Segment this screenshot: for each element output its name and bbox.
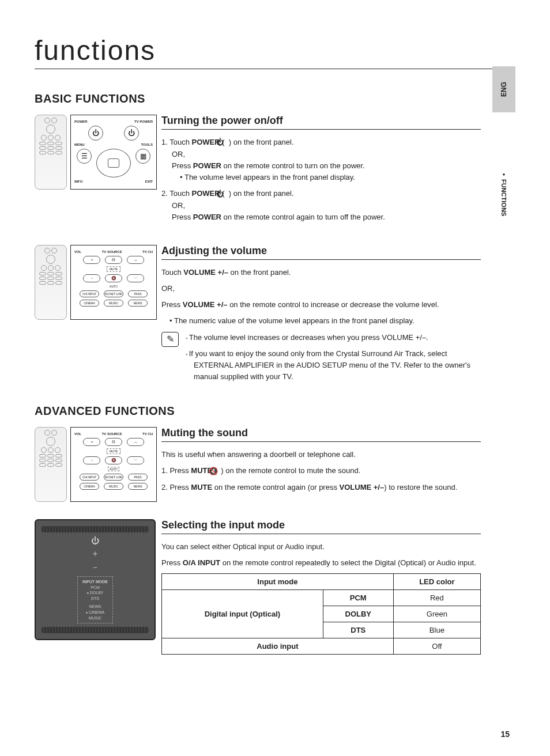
note-icon: ✎: [161, 332, 179, 347]
volume-heading: Adjusting the volume: [161, 245, 481, 260]
input-intro: You can select either Optical input or A…: [161, 541, 481, 553]
mute-heading: Muting the sound: [161, 427, 481, 442]
mute-icon: 🔇: [105, 456, 122, 464]
device-vol-down-icon: －: [91, 562, 99, 573]
page-title: functions: [35, 35, 515, 69]
page-number: 15: [500, 729, 510, 739]
power-icon: ⏻: [88, 126, 103, 141]
volume-bullet: The numeric value of the volume level ap…: [169, 315, 481, 327]
device-power-icon: ⏻: [91, 536, 99, 545]
remote-diagram-volume: VOLTV SOURCETV CH ＋⊟︿ MUTE －🔇﹀ AUTO O/A …: [35, 245, 161, 320]
language-tab: ENG: [492, 66, 515, 112]
volume-note-1: The volume level increases or decreases …: [186, 332, 481, 343]
side-section-label: FUNCTIONS: [492, 167, 515, 236]
basic-functions-heading: BASIC FUNCTIONS: [35, 92, 515, 105]
nav-pad: [96, 149, 131, 177]
menu-icon: ☰: [77, 149, 92, 164]
volume-line2: Press VOLUME +/– on the remote control t…: [161, 299, 481, 311]
volume-note-2: If you want to enjoy the sound only from…: [186, 348, 481, 383]
digital-input-label: Digital input (Optical): [162, 590, 323, 638]
device-front-panel: ⏻ ＋ － INPUT MODE PCM DOLBY DTS NEWS CINE…: [35, 519, 156, 640]
input-line: Press O/A INPUT on the remote control re…: [161, 557, 481, 569]
tools-icon: ▦: [135, 149, 150, 164]
volume-line1: Touch VOLUME +/– on the front panel.: [161, 267, 481, 278]
mute-icon: 🔇: [105, 274, 122, 282]
tv-power-icon: ⏻: [124, 126, 139, 141]
device-vol-up-icon: ＋: [91, 549, 99, 559]
power-bullet: The volume level appears in the front pa…: [180, 172, 481, 183]
table-header-mode: Input mode: [162, 574, 394, 590]
input-heading: Selecting the input mode: [161, 519, 481, 534]
power-step-2: 2. Touch POWER ( ⏻ ) on the front panel.…: [161, 188, 481, 223]
input-mode-table: Input mode LED color Digital input (Opti…: [161, 573, 481, 655]
power-heading: Turning the power on/off: [161, 115, 481, 130]
mute-intro: This is useful when answering a doorbell…: [161, 449, 481, 460]
advanced-functions-heading: ADVANCED FUNCTIONS: [35, 405, 515, 418]
table-header-led: LED color: [393, 574, 480, 590]
remote-diagram-mute: VOLTV SOURCETV CH ＋⊟︿ MUTE －🔇﹀ AUTO O/A …: [35, 427, 161, 502]
power-step-1: 1. Touch POWER ( ⏻ ) on the front panel.…: [161, 137, 481, 183]
mute-step-1: 1. Press MUTE ( 🔇 ) on the remote contro…: [161, 465, 481, 477]
mute-step-2: 2. Press MUTE on the remote control agai…: [161, 482, 481, 493]
volume-or: OR,: [161, 283, 481, 294]
remote-diagram-power: POWERTV POWER ⏻ ⏻ MENUTOOLS ☰ ▦ INFOEXIT: [35, 115, 161, 190]
